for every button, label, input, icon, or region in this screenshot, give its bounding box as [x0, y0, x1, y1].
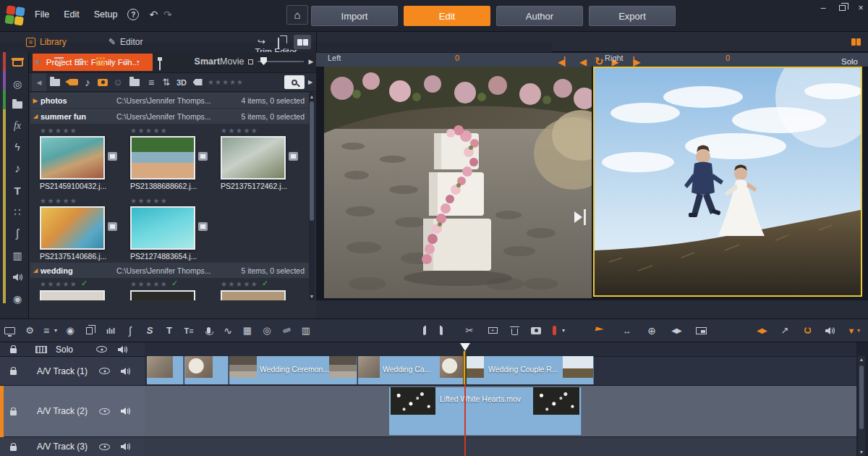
sidebar-keyboard-icon[interactable]: ▥	[9, 248, 26, 263]
browse-folder-icon[interactable]	[127, 73, 142, 91]
sidebar-scorefitter-icon[interactable]: ʃ	[9, 226, 26, 242]
item-rating-stars[interactable]: ★★★★★	[221, 127, 258, 135]
sidebar-montage-icon[interactable]: ∷	[9, 204, 26, 220]
expand-arrow-icon[interactable]: ◢	[30, 267, 41, 274]
dual-view-button[interactable]	[294, 35, 311, 49]
clip-cake-1[interactable]	[147, 356, 184, 384]
smartmovie-button[interactable]: SmartMovie	[187, 53, 252, 71]
scroll-up-icon[interactable]: ▲	[309, 94, 315, 99]
speaker-icon[interactable]	[117, 345, 128, 354]
detail-view-caret-icon[interactable]: ▾	[135, 53, 142, 71]
photo-filter-icon[interactable]	[95, 73, 110, 91]
volume-keyframe-icon[interactable]: ∿	[220, 319, 236, 342]
clip-cake-2[interactable]	[184, 356, 229, 384]
trim-out-handle[interactable]	[574, 211, 590, 224]
window-restore-button[interactable]	[835, 2, 849, 14]
library-item-thumbnail[interactable]	[130, 136, 195, 180]
sidebar-music-icon[interactable]: ♪	[9, 161, 26, 177]
sidebar-folders-icon[interactable]	[9, 97, 26, 113]
smart-edit-mode-icon[interactable]: ↔	[619, 319, 635, 342]
track-header-solo[interactable]: Solo	[0, 342, 145, 357]
send-to-timeline-icon[interactable]: ↪	[258, 36, 265, 47]
library-item-thumbnail-clipped[interactable]	[130, 290, 195, 300]
tags-icon[interactable]	[191, 73, 204, 91]
bin-float-icon[interactable]	[159, 59, 161, 70]
playhead-line-upper[interactable]	[463, 351, 466, 384]
pip-icon[interactable]	[693, 319, 709, 342]
clip-wedding-ceremony[interactable]: Wedding Ceremon...	[229, 356, 357, 384]
overwrite-mode-icon[interactable]: ◀▶	[668, 319, 684, 342]
help-icon[interactable]: ?	[127, 9, 139, 20]
disc-menu-icon[interactable]: ◎	[259, 319, 275, 342]
mode-export-button[interactable]: Export	[589, 6, 676, 26]
trim-preview-left[interactable]	[324, 67, 592, 298]
insert-box-icon[interactable]: +	[485, 319, 501, 342]
trim-out-icon[interactable]	[436, 319, 446, 342]
search-input[interactable]	[284, 75, 305, 89]
clip-wedding-couple[interactable]: Wedding Couple R...	[467, 356, 594, 384]
track-header-3[interactable]: A/V Track (3)	[0, 437, 145, 456]
trim-in-icon[interactable]	[420, 319, 430, 342]
window-close-button[interactable]: ×	[854, 2, 868, 14]
sidebar-project-bin-icon[interactable]	[9, 55, 26, 71]
library-item-thumbnail[interactable]	[130, 206, 195, 250]
eye-icon[interactable]	[99, 444, 110, 450]
track-manage-caret-icon[interactable]: ▾	[52, 319, 59, 342]
scroll-down-icon[interactable]: ▼	[858, 449, 865, 455]
clip-wedding-cake[interactable]: Wedding Ca...	[358, 356, 465, 384]
scenes-icon[interactable]: S	[74, 53, 87, 71]
copy-icon[interactable]	[81, 319, 97, 342]
page-prev-icon[interactable]: ◀	[32, 53, 42, 71]
gear-icon[interactable]: ⚙	[22, 319, 38, 342]
playhead-line-lower[interactable]	[464, 384, 466, 456]
marker-icon[interactable]	[550, 319, 558, 342]
mode-import-button[interactable]: Import	[311, 6, 398, 26]
undo-icon[interactable]: ↶	[149, 9, 158, 20]
add-media-icon[interactable]	[48, 73, 62, 91]
group-row-photos[interactable]: ▶ photos C:\Users\Jennifer Thomps... 4 i…	[30, 93, 309, 108]
library-item-thumbnail-clipped[interactable]	[221, 290, 286, 300]
eye-icon[interactable]	[99, 368, 110, 374]
keyboard-icon[interactable]: ▥	[298, 319, 314, 342]
scorefitter-icon[interactable]: ʃ	[122, 319, 138, 342]
audio-mixer-icon[interactable]: ılıl	[103, 319, 119, 342]
snapshot-icon[interactable]	[528, 319, 544, 342]
scroll-down-icon[interactable]: ▼	[309, 294, 315, 299]
collapse-arrow-icon[interactable]: ▶	[30, 97, 41, 104]
multicam-icon[interactable]: ▦	[239, 319, 255, 342]
timeline-scrollbar[interactable]: ▲ ▼	[858, 355, 865, 456]
delete-icon[interactable]	[52, 53, 65, 71]
redo-icon[interactable]: ↷	[163, 9, 172, 20]
lane-track3[interactable]	[145, 437, 856, 456]
library-item-thumbnail[interactable]	[40, 206, 105, 250]
sort-icon[interactable]: ⇅	[161, 73, 172, 91]
audio-scrub-icon[interactable]	[822, 319, 838, 342]
thumb-size-icon[interactable]	[246, 53, 255, 71]
disc-target-icon[interactable]: ◉	[62, 319, 78, 342]
lock-icon[interactable]	[10, 370, 17, 375]
list-view-icon[interactable]: ≡	[145, 73, 158, 91]
speaker-icon[interactable]	[120, 442, 131, 451]
sidebar-audio-icon[interactable]	[9, 269, 26, 285]
title-icon[interactable]: T	[161, 319, 177, 342]
item-rating-stars[interactable]: ★★★★★	[130, 127, 168, 135]
magnet-snap-icon[interactable]: C	[800, 319, 816, 342]
item-rating-stars[interactable]: ★★★★★	[40, 127, 77, 135]
track-header-1[interactable]: A/V Track (1)	[0, 357, 145, 386]
3d-filter-icon[interactable]: 3D	[174, 73, 190, 91]
sidebar-transitions-icon[interactable]: ϟ	[9, 139, 26, 155]
lock-icon[interactable]	[10, 446, 17, 451]
voiceover-icon[interactable]	[200, 319, 216, 342]
sidebar-titles-icon[interactable]: T	[9, 182, 26, 198]
lock-icon[interactable]	[10, 410, 17, 415]
menu-file[interactable]: File	[30, 7, 54, 22]
delete-clip-icon[interactable]	[506, 319, 522, 342]
library-scrollbar[interactable]: ▲ ▼	[309, 93, 315, 300]
autoscroll-caret-icon[interactable]: ▾	[855, 319, 862, 342]
menu-edit[interactable]: Edit	[59, 7, 84, 22]
insert-mode-icon[interactable]: ⊕	[644, 319, 660, 342]
library-item-thumbnail-clipped[interactable]	[40, 290, 105, 300]
library-scrollbar-thumb[interactable]	[310, 101, 314, 221]
item-rating-stars[interactable]: ★★★★★	[130, 197, 168, 205]
mode-edit-button[interactable]: Edit	[404, 6, 490, 26]
